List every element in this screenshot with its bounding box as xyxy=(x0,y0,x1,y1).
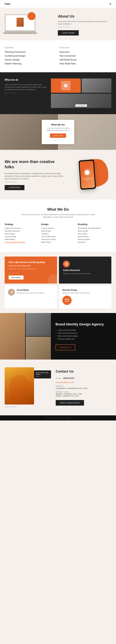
hero-image-area: Contact Us xyxy=(5,14,53,36)
hero-content: About Us Lorem ipsum dolor sit amet, con… xyxy=(58,14,111,36)
social-media-title: Social Media xyxy=(17,289,45,291)
phone-label: PHONE: xyxy=(56,378,62,379)
specialism-section: Specialism Planning Permission Architect… xyxy=(0,40,116,72)
team-section: What We Do Amet luctus venenatis lectus … xyxy=(0,114,116,150)
call-service-read-more-button[interactable]: READ MORE xyxy=(9,276,23,280)
svg-point-3 xyxy=(12,291,13,292)
svg-point-9 xyxy=(66,299,66,300)
contact-title: Contact Us xyxy=(56,370,111,374)
overlay-title: What We Do xyxy=(46,123,70,126)
hero-text: Lorem ipsum dolor sit amet, consectetur … xyxy=(58,20,111,25)
wwd-dark-text: What we do Lorem ipsum dolor sit amet, c… xyxy=(5,78,48,94)
orange-circle-decoration xyxy=(27,12,36,20)
branding-item-5: Brand campaigns xyxy=(78,238,111,240)
hours-label: OPENING HOURS: xyxy=(56,391,111,393)
hero-section: Contact Us About Us Lorem ipsum dolor si… xyxy=(0,8,116,40)
call-service-text: Sample text. Click to select the Text El… xyxy=(9,268,53,270)
online-research-icon xyxy=(63,260,70,268)
contact-person-image xyxy=(5,367,34,404)
website-design-text: Sample text. Click to select the Text El… xyxy=(62,292,108,294)
brand-img-top-right xyxy=(26,313,51,336)
hours-2: FRIDAY - SUNDAY 10:00 - 19:00 xyxy=(56,395,111,397)
services-grid: Strategy Analytics and Research Interact… xyxy=(5,223,111,244)
laptop-mockup: Contact Us xyxy=(5,14,37,36)
email-value[interactable]: INFO@EXAMPLE.COM xyxy=(56,382,74,384)
contact-image-area: We are a Web Design Agency Design Image … xyxy=(5,367,51,408)
design-item-4: UI/UX & Web Design xyxy=(41,236,75,238)
brand-images-grid xyxy=(0,313,51,360)
design-item-2: Brand Guides xyxy=(41,230,75,232)
phone-value: (000)333-4567 xyxy=(63,377,74,379)
overlay-image-label: Images from Freepik xyxy=(46,140,70,141)
branding-col: Branding Visual Identity and Verbal Iden… xyxy=(78,223,111,244)
svg-point-2 xyxy=(10,292,11,293)
creative-phone-area: We are a Web Design Agency xyxy=(66,158,111,192)
svg-point-8 xyxy=(66,299,66,300)
social-media-text: Sample text. Click to select the Text El… xyxy=(17,292,45,294)
strategy-item-4: Content Strategy xyxy=(5,236,38,238)
navbar: logo ≡ xyxy=(0,0,116,8)
project-item-2: Flat Conversion xyxy=(60,54,111,57)
strategy-item-5: Digital Strategy xyxy=(5,238,38,240)
call-service-title: Our call service world quality xyxy=(9,260,53,264)
nav-logo[interactable]: logo xyxy=(5,2,10,5)
hero-title: About Us xyxy=(58,14,111,18)
hamburger-icon[interactable]: ≡ xyxy=(109,2,111,6)
creative-text: We are more than creative folks Duis aut… xyxy=(5,159,63,190)
strategy-item-6[interactable]: Conversion-Rate Optimization xyxy=(5,241,38,243)
footer-copy: Privacy Policy | Terms of Service | Site… xyxy=(46,417,70,419)
phone-mockup: We are a Web Design Agency xyxy=(79,160,96,190)
overlay-text: Amet luctus venenatis lectus magna fring… xyxy=(46,127,70,131)
wwd-image-bottom: CURIXEN xyxy=(51,94,111,108)
svg-line-5 xyxy=(11,292,12,292)
brand-check-4: ✓Placerat in egestas erat. xyxy=(56,338,111,340)
call-service-subtitle: Conversion Rate Optimization xyxy=(9,265,53,267)
creative-section: We are more than creative folks Duis aut… xyxy=(0,150,116,200)
wwd-dark-text: Lorem ipsum dolor sit amet, consectetur … xyxy=(5,84,48,91)
brand-contact-button[interactable]: CONTACT US xyxy=(56,344,75,350)
book-consultation-button[interactable]: BOOK CONSULTATION xyxy=(56,400,84,406)
contact-badge: We are a Web Design Agency Design xyxy=(34,370,51,378)
phone-screen-text: We are a Web Design Agency xyxy=(82,177,93,181)
online-research-title: Online Research xyxy=(63,269,107,272)
creative-learn-more-button[interactable]: LEARN MORE xyxy=(5,185,24,190)
hours-1: MONDAY - THURSDAY 10:00 - 20:00 xyxy=(56,393,111,395)
creative-image-label: Image from Freepik xyxy=(5,181,63,183)
contact-details: Contact Us PHONE: (000)333-4567 INFO@EXA… xyxy=(56,370,111,406)
design-col: Design Creative Direction Brand Guides P… xyxy=(41,223,75,244)
contact-badge-title: We are a Web Design Agency xyxy=(36,372,49,375)
specialism-label: Specialism xyxy=(5,46,56,49)
address-value: ALEXANDRIA, 21 WASHINGTON STR. 22/03 xyxy=(56,387,111,390)
contact-badge-text: Design xyxy=(36,376,49,377)
brand-img-bottom-right xyxy=(26,336,51,360)
svg-point-4 xyxy=(12,293,13,294)
services-title: What We Do xyxy=(5,207,111,212)
services-subtitle: Lorem ipsum dolor sit amet, consectetur … xyxy=(19,214,97,218)
contact-phone-row: PHONE: (000)333-4567 xyxy=(56,376,111,380)
what-we-do-overlay-card: What We Do Amet luctus venenatis lectus … xyxy=(42,120,74,144)
strategy-title: Strategy xyxy=(5,223,38,226)
contact-section: We are a Web Design Agency Design Image … xyxy=(0,360,116,415)
contact-image-label: Image from Freepik xyxy=(5,406,51,408)
strategy-item-3: Brand Strategy xyxy=(5,233,38,235)
strategy-item-2: Interactive Workshops xyxy=(5,230,38,232)
strategy-item-1: Analytics and Research xyxy=(5,228,38,229)
design-item-1: Creative Direction xyxy=(41,228,75,229)
footer: Privacy Policy | Terms of Service | Site… xyxy=(0,415,116,420)
wwd-image-top-right xyxy=(82,78,111,93)
creative-text-body: Duis aute irure dolor in reprehenderit i… xyxy=(5,172,63,180)
call-service-section: Our call service world quality Conversio… xyxy=(0,252,116,313)
call-service-image-label: Image from Freepik xyxy=(9,272,53,274)
contact-address-row: ADDRESS: ALEXANDRIA, 21 WASHINGTON STR. … xyxy=(56,385,111,390)
website-design-title: Website Design xyxy=(62,289,108,291)
online-research-text: Sample text. Click to select the Text El… xyxy=(63,273,107,275)
branding-title: Branding xyxy=(78,223,111,226)
wwd-dark-image-label: Image from Freepik xyxy=(5,92,48,94)
branding-item-2: Motion Identity xyxy=(78,230,111,232)
wwd-image-top-left xyxy=(51,78,81,93)
design-item-3: Prototypes xyxy=(41,233,75,235)
overlay-learn-more-button[interactable]: LEARN MORE xyxy=(50,134,66,138)
svg-line-6 xyxy=(11,292,12,293)
hero-learn-more-button[interactable]: LEARN MORE xyxy=(58,30,79,36)
online-research-card: Online Research Sample text. Click to se… xyxy=(59,256,111,284)
